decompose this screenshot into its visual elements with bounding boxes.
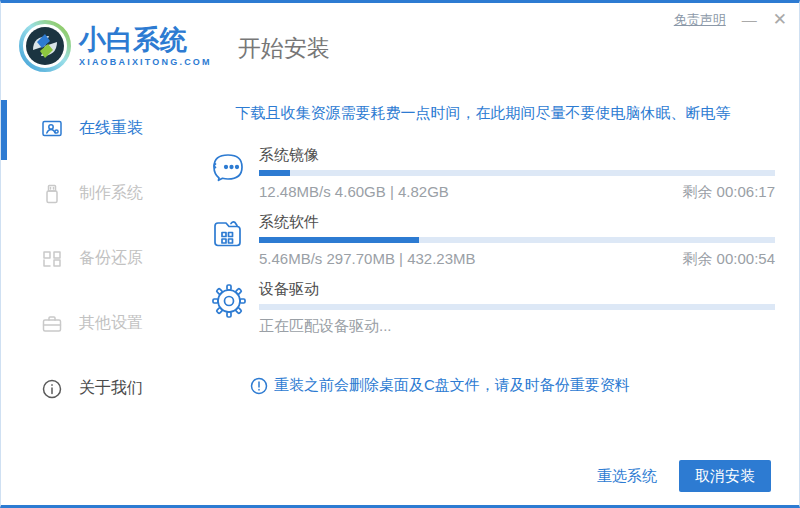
backup-blocks-icon: [41, 248, 63, 270]
sidebar-item-label: 制作系统: [79, 183, 143, 204]
close-icon[interactable]: ✕: [773, 12, 787, 28]
logo-icon: [19, 20, 71, 72]
sidebar-item-online-reinstall[interactable]: 在线重装: [1, 96, 191, 161]
warning-text: 下载且收集资源需要耗费一点时间，在此期间尽量不要使电脑休眠、断电等: [191, 104, 775, 123]
progress-bar: [259, 237, 775, 243]
minimize-icon[interactable]: —: [742, 12, 757, 28]
sidebar-item-backup-restore[interactable]: 备份还原: [1, 226, 191, 291]
task-stats: 5.46MB/s 297.70MB | 432.23MB: [259, 249, 476, 269]
note-text: 重装之前会删除桌面及C盘文件，请及时备份重要资料: [274, 376, 630, 395]
task-title: 系统镜像: [259, 145, 775, 165]
body: 在线重装 制作系统: [1, 88, 799, 421]
footer: 重选系统 取消安装: [597, 447, 799, 505]
task-device-driver: 设备驱动 正在匹配设备驱动...: [191, 279, 775, 336]
gear-icon: [209, 281, 249, 321]
backup-note: 重装之前会删除桌面及C盘文件，请及时备份重要资料: [191, 376, 775, 395]
cancel-install-button[interactable]: 取消安装: [679, 460, 771, 492]
sidebar-item-label: 关于我们: [79, 378, 143, 399]
header: 小白系统 XIAOBAIXITONG.COM 开始安装 免责声明 — ✕: [1, 3, 799, 88]
sidebar: 在线重装 制作系统: [1, 88, 191, 421]
info-circle-icon: [41, 378, 63, 400]
progress-fill: [259, 170, 290, 176]
sidebar-item-label: 备份还原: [79, 248, 143, 269]
sidebar-item-other-settings[interactable]: 其他设置: [1, 291, 191, 356]
progress-bar: [259, 170, 775, 176]
brand-name: 小白系统: [79, 25, 212, 55]
alert-circle-icon: [250, 377, 268, 395]
sidebar-item-label: 其他设置: [79, 313, 143, 334]
task-stats: 12.48MB/s 4.60GB | 4.82GB: [259, 182, 449, 202]
window-controls: 免责声明 — ✕: [674, 11, 787, 29]
task-stats: 正在匹配设备驱动...: [259, 316, 392, 336]
sidebar-item-about-us[interactable]: 关于我们: [1, 356, 191, 421]
monitor-user-icon: [41, 118, 63, 140]
folder-grid-icon: [209, 214, 249, 254]
sidebar-item-label: 在线重装: [79, 118, 143, 139]
main-content: 下载且收集资源需要耗费一点时间，在此期间尽量不要使电脑休眠、断电等 系统镜像: [191, 88, 799, 421]
sidebar-item-make-system[interactable]: 制作系统: [1, 161, 191, 226]
task-list: 系统镜像 12.48MB/s 4.60GB | 4.82GB 剩余 00:06:…: [191, 145, 775, 336]
task-remaining: 剩余 00:00:54: [682, 249, 775, 269]
task-remaining: 剩余 00:06:17: [682, 182, 775, 202]
page-title: 开始安装: [238, 33, 330, 64]
brand-domain: XIAOBAIXITONG.COM: [79, 57, 212, 67]
disclaimer-link[interactable]: 免责声明: [674, 11, 726, 29]
task-system-image: 系统镜像 12.48MB/s 4.60GB | 4.82GB 剩余 00:06:…: [191, 145, 775, 202]
briefcase-icon: [41, 313, 63, 335]
usb-drive-icon: [41, 183, 63, 205]
app-window: 小白系统 XIAOBAIXITONG.COM 开始安装 免责声明 — ✕: [0, 0, 800, 508]
reselect-system-button[interactable]: 重选系统: [597, 467, 657, 486]
face-icon: [209, 147, 249, 187]
task-system-software: 系统软件 5.46MB/s 297.70MB | 432.23MB 剩余 00:…: [191, 212, 775, 269]
logo-text: 小白系统 XIAOBAIXITONG.COM: [79, 25, 212, 67]
progress-bar: [259, 304, 775, 310]
task-title: 系统软件: [259, 212, 775, 232]
task-title: 设备驱动: [259, 279, 775, 299]
app-logo: 小白系统 XIAOBAIXITONG.COM: [19, 20, 212, 72]
progress-fill: [259, 237, 419, 243]
